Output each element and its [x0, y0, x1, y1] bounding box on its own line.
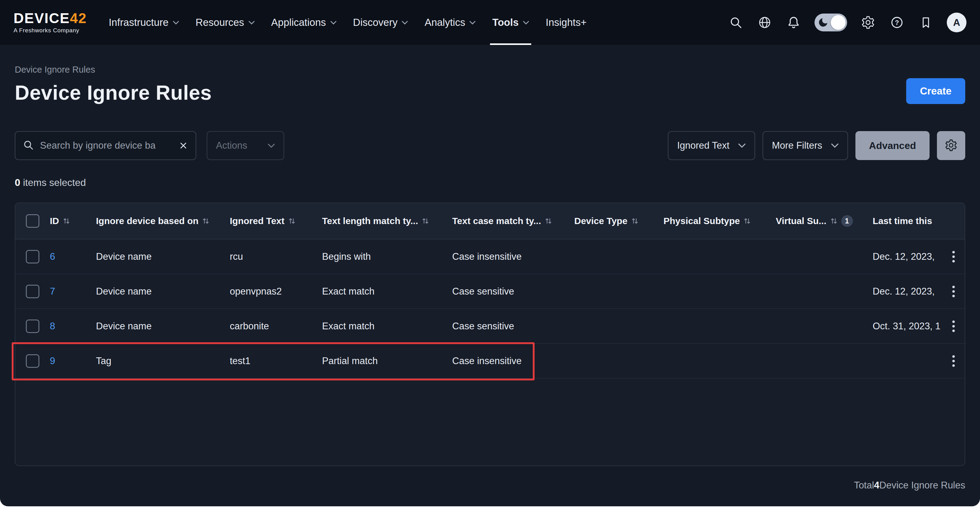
cell-based-on: Tag — [96, 356, 230, 367]
column-header-ignored-text[interactable]: Ignored Text — [230, 216, 322, 226]
theme-toggle[interactable] — [815, 14, 847, 31]
cell-based-on: Device name — [96, 286, 230, 297]
chevron-down-icon — [523, 21, 529, 25]
bookmark-icon[interactable] — [918, 14, 934, 30]
actions-label: Actions — [216, 140, 247, 151]
selection-count: 0 — [15, 177, 20, 188]
help-icon[interactable]: ? — [889, 14, 905, 30]
cell-last-time: Oct. 31, 2023, 1 — [873, 321, 947, 332]
row-checkbox[interactable] — [26, 319, 39, 333]
cell-case-match: Case insensitive — [452, 356, 574, 367]
clear-search-icon[interactable] — [178, 140, 188, 150]
ignored-text-dropdown[interactable]: Ignored Text — [668, 131, 755, 160]
cell-ignored-text: openvpnas2 — [230, 286, 322, 297]
cell-length-match: Partial match — [322, 356, 452, 367]
row-checkbox[interactable] — [26, 354, 39, 368]
search-icon[interactable] — [728, 14, 744, 30]
sort-icon[interactable] — [63, 217, 70, 225]
logo-42: 42 — [70, 10, 87, 26]
chevron-down-icon — [173, 21, 179, 25]
search-input[interactable] — [39, 140, 178, 152]
row-actions-kebab-icon[interactable] — [947, 250, 960, 263]
nav-item-discovery[interactable]: Discovery — [345, 0, 417, 45]
advanced-button[interactable]: Advanced — [856, 131, 929, 160]
nav-item-applications[interactable]: Applications — [263, 0, 345, 45]
column-header-physical-subtype[interactable]: Physical Subtype — [663, 216, 776, 226]
sort-icon[interactable] — [830, 217, 838, 225]
row-actions-kebab-icon[interactable] — [947, 354, 960, 368]
sort-icon[interactable] — [202, 217, 210, 225]
toggle-knob — [831, 15, 846, 30]
cell-ignored-text: rcu — [230, 251, 322, 262]
total-prefix: Total — [854, 479, 874, 491]
sort-icon[interactable] — [631, 217, 639, 225]
row-id-link[interactable]: 8 — [50, 321, 55, 332]
row-checkbox[interactable] — [26, 285, 39, 298]
column-header-text-length-match[interactable]: Text length match ty... — [322, 216, 452, 226]
gear-icon[interactable] — [860, 14, 876, 30]
column-header-id[interactable]: ID — [50, 216, 96, 226]
nav-item-tools[interactable]: Tools — [484, 0, 538, 45]
device42-logo[interactable]: DEVICE42 A Freshworks Company — [14, 11, 87, 34]
row-id-link[interactable]: 7 — [50, 286, 55, 297]
toolbar-right: Ignored Text More Filters Advanced — [668, 131, 965, 160]
select-all-checkbox[interactable] — [26, 214, 39, 228]
sort-icon[interactable] — [743, 217, 751, 225]
column-label: Text case match ty... — [452, 216, 541, 226]
table-header-row: ID Ignore device based on Ignored Text T… — [15, 203, 965, 239]
column-header-device-type[interactable]: Device Type — [574, 216, 663, 226]
nav-item-infrastructure[interactable]: Infrastructure — [100, 0, 187, 45]
column-header-ignore-device-based-on[interactable]: Ignore device based on — [96, 216, 230, 226]
moon-icon — [818, 17, 829, 29]
row-id-link[interactable]: 9 — [50, 356, 55, 366]
nav-item-insights[interactable]: Insights+ — [538, 0, 595, 45]
sort-icon[interactable] — [288, 217, 296, 225]
sort-icon[interactable] — [545, 217, 552, 225]
nav-label: Discovery — [353, 17, 398, 28]
table-total: Total 4 Device Ignore Rules — [15, 479, 965, 491]
total-count: 4 — [874, 479, 880, 491]
cell-length-match: Exact match — [322, 286, 452, 297]
cell-case-match: Case sensitive — [452, 286, 574, 297]
nav-item-resources[interactable]: Resources — [187, 0, 263, 45]
sort-priority-badge: 1 — [841, 215, 853, 227]
cell-based-on: Device name — [96, 251, 230, 262]
selection-status: 0 items selected — [15, 177, 965, 188]
chevron-down-icon — [330, 21, 337, 25]
svg-text:?: ? — [895, 19, 899, 27]
column-label: ID — [50, 216, 59, 226]
more-filters-dropdown[interactable]: More Filters — [762, 131, 848, 160]
column-label: Ignored Text — [230, 216, 285, 226]
globe-icon[interactable] — [757, 14, 773, 30]
nav-item-analytics[interactable]: Analytics — [416, 0, 484, 45]
nav-label: Analytics — [425, 17, 465, 28]
cell-case-match: Case insensitive — [452, 251, 574, 262]
sort-icon[interactable] — [422, 217, 429, 225]
toolbar: Actions Ignored Text More Filters Advanc… — [15, 131, 965, 160]
chevron-down-icon — [831, 143, 839, 148]
row-actions-kebab-icon[interactable] — [947, 285, 960, 298]
breadcrumb[interactable]: Device Ignore Rules — [15, 64, 95, 75]
row-checkbox[interactable] — [26, 250, 39, 263]
column-label: Device Type — [574, 216, 627, 226]
column-label: Last time this — [873, 216, 932, 226]
table-settings-button[interactable] — [937, 131, 965, 160]
column-header-virtual-subtype[interactable]: Virtual Su... 1 — [776, 215, 873, 227]
cell-ignored-text: carbonite — [230, 321, 322, 332]
logo-text: DEVICE42 — [14, 11, 87, 25]
nav-label: Insights+ — [546, 17, 587, 28]
bell-icon[interactable] — [786, 14, 802, 30]
column-header-text-case-match[interactable]: Text case match ty... — [452, 216, 574, 226]
create-button[interactable]: Create — [906, 78, 965, 104]
actions-dropdown[interactable]: Actions — [207, 131, 284, 160]
selection-label: items selected — [20, 177, 86, 188]
avatar[interactable]: A — [947, 13, 966, 32]
column-header-last-time[interactable]: Last time this — [873, 216, 965, 226]
main-nav: Infrastructure Resources Applications Di… — [100, 0, 595, 45]
row-id-link[interactable]: 6 — [50, 251, 55, 262]
table-row: 8 Device name carbonite Exact match Case… — [15, 309, 965, 344]
avatar-initial: A — [953, 17, 960, 28]
column-label: Physical Subtype — [663, 216, 740, 226]
header-checkbox-cell — [15, 214, 50, 228]
row-actions-kebab-icon[interactable] — [947, 319, 960, 333]
